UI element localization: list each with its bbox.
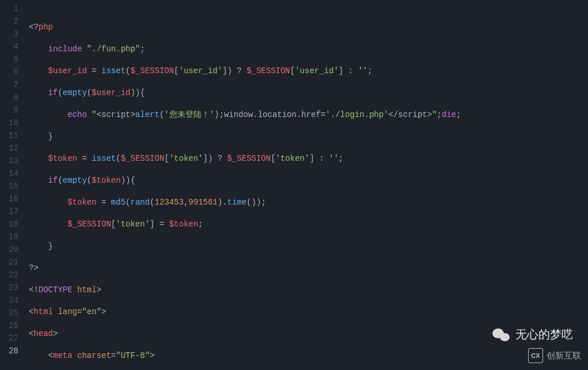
line-number: 9 — [0, 104, 18, 116]
code-line: } — [29, 130, 588, 143]
code-area[interactable]: <?php include "./fun.php"; $user_id = is… — [23, 0, 588, 370]
line-number: 6 — [0, 66, 18, 78]
code-line: $token = md5(rand(123453,991561).time())… — [29, 196, 588, 209]
wechat-watermark: 无心的梦呓 — [492, 327, 573, 342]
line-number: 27 — [0, 332, 18, 345]
code-editor: 1234567891011121314151617181920212223242… — [0, 0, 588, 370]
line-number: 23 — [0, 281, 18, 294]
code-line: echo "<script>alert('您未登陆！');window.loca… — [29, 108, 588, 121]
code-line: <?php — [29, 21, 588, 33]
line-number: 28 — [0, 345, 18, 357]
line-number-gutter: 1234567891011121314151617181920212223242… — [0, 0, 23, 370]
code-line: $_SESSION['token'] = $token; — [29, 218, 588, 231]
line-number: 24 — [0, 294, 18, 307]
wechat-icon — [492, 327, 510, 342]
line-number: 2 — [0, 15, 18, 28]
code-line: $user_id = isset($_SESSION['user_id']) ?… — [29, 65, 588, 77]
wechat-watermark-text: 无心的梦呓 — [515, 327, 573, 342]
line-number: 1 — [0, 2, 18, 15]
line-number: 3 — [0, 28, 18, 40]
line-number: 26 — [0, 319, 18, 332]
line-number: 5 — [0, 53, 18, 66]
code-line: <!DOCTYPE html> — [29, 284, 588, 296]
line-number: 16 — [0, 192, 18, 205]
line-number: 15 — [0, 180, 18, 192]
line-number: 7 — [0, 78, 18, 91]
line-number: 17 — [0, 205, 18, 218]
code-line: include "./fun.php"; — [29, 43, 588, 55]
line-number: 18 — [0, 218, 18, 231]
line-number: 11 — [0, 129, 18, 142]
line-number: 10 — [0, 116, 18, 129]
line-number: 19 — [0, 231, 18, 243]
line-number: 14 — [0, 167, 18, 180]
code-line: $token = isset($_SESSION['token']) ? $_S… — [29, 152, 588, 165]
code-line: } — [29, 240, 588, 252]
line-number: 21 — [0, 256, 18, 269]
line-number: 4 — [0, 40, 18, 53]
brand-watermark-text: 创新互联 — [547, 350, 581, 361]
line-number: 12 — [0, 142, 18, 154]
line-number: 22 — [0, 269, 18, 281]
code-line: if(empty($user_id)){ — [29, 86, 588, 99]
line-number: 25 — [0, 307, 18, 319]
brand-logo-icon: CX — [528, 348, 543, 363]
code-line: <meta charset="UTF-8"> — [29, 349, 588, 362]
brand-watermark: CX 创新互联 — [528, 348, 581, 363]
line-number: 13 — [0, 154, 18, 167]
code-line: <html lang="en"> — [29, 305, 588, 318]
line-number: 8 — [0, 91, 18, 104]
code-line: if(empty($token)){ — [29, 174, 588, 187]
code-line: ?> — [29, 262, 588, 274]
line-number: 20 — [0, 243, 18, 256]
